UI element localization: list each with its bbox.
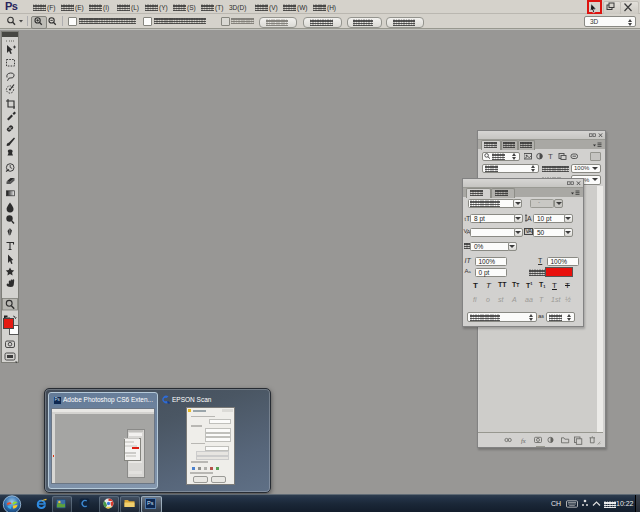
svg-text:fx: fx [521, 437, 526, 444]
svg-text:T: T [548, 152, 553, 161]
svg-text:A: A [527, 215, 532, 222]
